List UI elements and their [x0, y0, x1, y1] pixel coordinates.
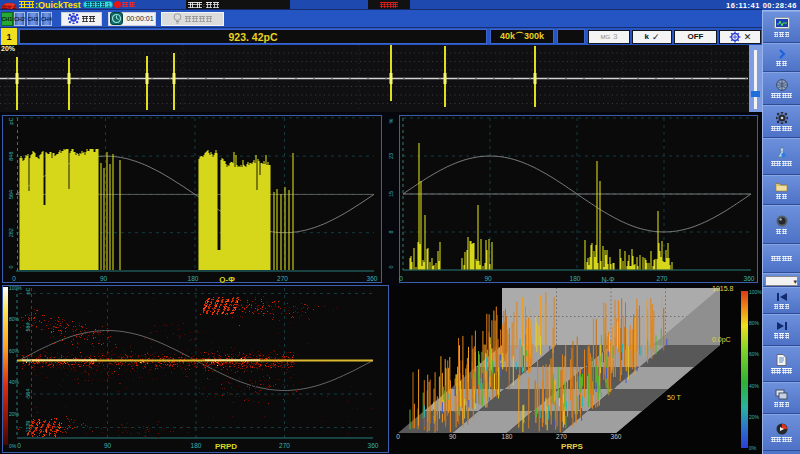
svg-text:20%: 20%	[749, 414, 760, 420]
svg-text:360: 360	[611, 433, 622, 440]
svg-text:360: 360	[367, 275, 378, 282]
svg-text:0: 0	[25, 359, 31, 362]
svg-text:%: %	[388, 118, 394, 123]
svg-text:80%: 80%	[9, 316, 20, 322]
svg-text:270: 270	[277, 275, 288, 282]
svg-text:90: 90	[104, 442, 112, 449]
svg-text:N-Φ: N-Φ	[602, 276, 615, 283]
svg-text:0: 0	[17, 442, 21, 449]
svg-text:360: 360	[744, 275, 755, 282]
svg-text:0: 0	[388, 265, 394, 268]
svg-text:564: 564	[8, 190, 14, 199]
svg-text:40%: 40%	[749, 383, 760, 389]
svg-text:60%: 60%	[749, 351, 760, 357]
svg-text:60%: 60%	[9, 348, 20, 354]
svg-text:PRPD: PRPD	[215, 442, 237, 451]
svg-text:0%: 0%	[749, 445, 757, 451]
svg-text:846: 846	[8, 152, 14, 161]
svg-text:100%: 100%	[9, 285, 22, 291]
svg-text:20%: 20%	[9, 411, 20, 417]
svg-text:40%: 40%	[9, 379, 20, 385]
svg-text:180: 180	[188, 275, 199, 282]
svg-text:80%: 80%	[749, 320, 760, 326]
svg-text:pC: pC	[8, 117, 14, 124]
svg-text:0: 0	[399, 275, 403, 282]
svg-text:180: 180	[502, 433, 513, 440]
svg-text:0%: 0%	[9, 443, 17, 449]
svg-text:-564: -564	[25, 388, 31, 399]
svg-text:282: 282	[8, 228, 14, 237]
svg-text:23: 23	[388, 153, 394, 159]
svg-text:0: 0	[8, 265, 14, 268]
svg-text:pC: pC	[25, 287, 31, 294]
svg-text:90: 90	[484, 275, 492, 282]
svg-text:Q-Φ: Q-Φ	[219, 275, 235, 283]
svg-text:0: 0	[12, 275, 16, 282]
svg-text:90: 90	[449, 433, 457, 440]
svg-text:100%: 100%	[749, 289, 762, 295]
svg-text:90: 90	[100, 275, 108, 282]
svg-text:0: 0	[396, 433, 400, 440]
svg-text:270: 270	[657, 275, 668, 282]
svg-text:-1129: -1129	[25, 421, 31, 435]
svg-text:180: 180	[570, 275, 581, 282]
svg-text:564: 564	[25, 322, 31, 331]
svg-text:1015.8: 1015.8	[712, 285, 734, 292]
svg-text:0.0pC: 0.0pC	[712, 336, 731, 344]
svg-text:8: 8	[388, 230, 394, 233]
svg-text:50 T: 50 T	[667, 394, 682, 401]
svg-text:15: 15	[388, 191, 394, 197]
svg-text:180: 180	[191, 442, 202, 449]
svg-text:360: 360	[368, 442, 379, 449]
svg-text:PRPS: PRPS	[561, 442, 583, 451]
svg-text:270: 270	[556, 433, 567, 440]
svg-text:270: 270	[279, 442, 290, 449]
